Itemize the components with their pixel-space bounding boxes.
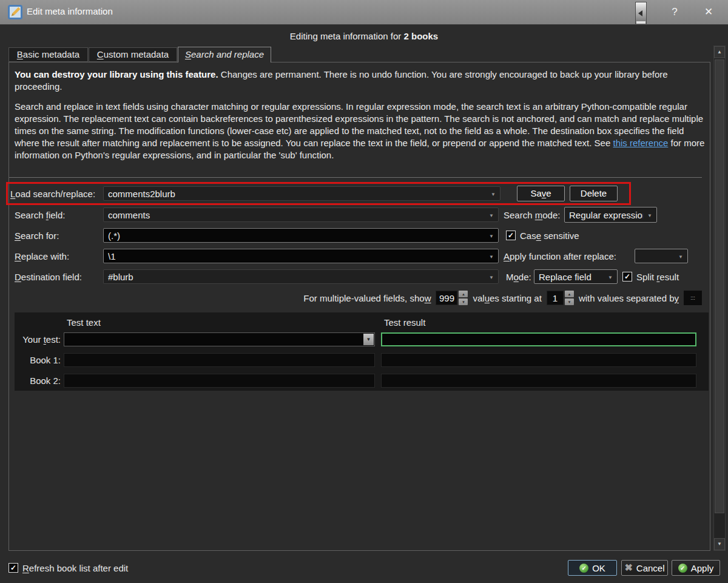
search-mode-label: Search mode: <box>504 210 560 220</box>
spin-down-icon[interactable]: ▼ <box>565 298 574 305</box>
title-bar[interactable]: Edit meta information ? ✕ <box>0 0 728 25</box>
apply-button[interactable]: ✓ Apply <box>672 560 720 576</box>
replace-with-combo[interactable]: \1 ▼ <box>103 249 499 263</box>
search-mode-combo[interactable]: Regular expression ▼ <box>564 207 657 223</box>
test-panel: Test text Test result Your test: ▼ Book … <box>15 312 709 391</box>
spin-up-icon[interactable]: ▲ <box>459 291 468 297</box>
scroll-up-icon[interactable]: ▲ <box>714 46 725 58</box>
scroll-handle-artifact <box>635 2 647 25</box>
spin-up-icon[interactable]: ▲ <box>565 291 574 297</box>
chevron-down-icon: ▼ <box>608 275 613 280</box>
chevron-down-icon: ▼ <box>678 254 683 260</box>
tab-search-and-replace[interactable]: Search and replace <box>178 47 271 62</box>
separator-value-field[interactable]: ::: <box>684 291 702 305</box>
destination-field-combo[interactable]: #blurb ▼ <box>103 269 499 284</box>
tab-custom-metadata[interactable]: Custom metadata <box>89 47 177 62</box>
start-at-spinner[interactable]: 1 ▲ ▼ <box>547 291 574 305</box>
vertical-scrollbar[interactable]: ▲ ▼ <box>713 45 726 551</box>
tab-basic-metadata[interactable]: Basic metadata <box>8 47 88 62</box>
edit-metadata-icon <box>8 5 22 21</box>
book-count: 2 books <box>403 31 438 41</box>
book2-result-field[interactable] <box>381 374 696 388</box>
window-title: Edit meta information <box>27 6 113 16</box>
dialog-subtitle: Editing meta information for 2 books <box>0 31 728 41</box>
show-count-spinner[interactable]: 999 ▲ ▼ <box>436 291 468 305</box>
book1-text-field[interactable] <box>64 353 375 367</box>
multi-show-label: For multiple-valued fields, show <box>303 293 431 303</box>
refresh-book-list-label[interactable]: Refresh book list after edit <box>22 563 128 573</box>
delete-button[interactable]: Delete <box>570 186 618 201</box>
test-text-header: Test text <box>67 317 101 328</box>
case-sensitive-label[interactable]: Case sensitive <box>520 231 579 241</box>
book1-label: Book 1: <box>22 355 61 365</box>
apply-function-label: Apply function after replace: <box>504 251 616 261</box>
mode-label: Mode: <box>506 272 531 282</box>
chevron-down-icon: ▼ <box>489 234 494 239</box>
search-replace-description: Search and replace in text fields using … <box>15 101 706 161</box>
start-at-value[interactable]: 1 <box>547 291 564 305</box>
multi-start-label: values starting at <box>473 293 541 303</box>
multiple-values-row: For multiple-valued fields, show 999 ▲ ▼… <box>279 291 702 305</box>
chevron-down-icon: ▼ <box>489 254 494 260</box>
book2-label: Book 2: <box>22 376 61 386</box>
chevron-down-icon: ▼ <box>491 192 496 197</box>
apply-function-combo[interactable]: ▼ <box>635 249 688 263</box>
replace-with-label: Replace with: <box>15 251 69 261</box>
edit-meta-dialog: Edit meta information ? ✕ Editing meta i… <box>0 0 728 583</box>
destination-field-label: Destination field: <box>15 272 82 282</box>
destroy-warning-text: You can destroy your library using this … <box>15 69 706 93</box>
separator-line <box>9 177 702 178</box>
split-result-label[interactable]: Split result <box>636 272 679 282</box>
this-reference-link[interactable]: this reference <box>613 138 668 148</box>
search-field-label: Search field: <box>15 210 65 220</box>
search-for-combo[interactable]: (.*) ▼ <box>103 228 499 243</box>
case-sensitive-checkbox[interactable]: ✓ <box>506 231 516 240</box>
your-test-result-field[interactable] <box>381 332 696 346</box>
close-button[interactable]: ✕ <box>700 4 717 20</box>
left-arrow-icon <box>638 10 642 16</box>
your-test-combo[interactable]: ▼ <box>64 332 375 346</box>
apply-check-icon: ✓ <box>678 564 687 573</box>
search-for-label: Search for: <box>15 231 59 241</box>
chevron-down-icon: ▼ <box>647 213 652 218</box>
mode-combo[interactable]: Replace field ▼ <box>534 269 618 284</box>
book1-result-field[interactable] <box>381 353 696 367</box>
scroll-down-icon[interactable]: ▼ <box>714 538 725 550</box>
show-count-value[interactable]: 999 <box>436 291 457 305</box>
save-button[interactable]: Save <box>517 186 565 201</box>
load-search-replace-label: Load search/replace: <box>10 189 95 199</box>
help-button[interactable]: ? <box>666 4 683 20</box>
cancel-button[interactable]: ✖ Cancel <box>621 560 668 576</box>
test-result-header: Test result <box>384 317 425 328</box>
split-result-checkbox[interactable]: ✓ <box>622 272 632 281</box>
multi-separator-label: with values separated by <box>579 293 679 303</box>
load-search-replace-combo[interactable]: comments2blurb ▼ <box>103 186 500 201</box>
your-test-label: Your test: <box>22 334 61 345</box>
chevron-down-icon: ▼ <box>489 213 494 218</box>
spin-down-icon[interactable]: ▼ <box>459 298 468 305</box>
cancel-x-icon: ✖ <box>624 563 632 573</box>
refresh-book-list-checkbox[interactable]: ✓ <box>8 563 18 573</box>
chevron-down-icon[interactable]: ▼ <box>363 334 374 345</box>
scrollbar-thumb[interactable] <box>715 59 724 513</box>
book2-text-field[interactable] <box>64 374 375 388</box>
chevron-down-icon: ▼ <box>489 275 494 280</box>
search-field-combo[interactable]: comments ▼ <box>103 207 499 222</box>
ok-check-icon: ✓ <box>579 564 588 573</box>
ok-button[interactable]: ✓ OK <box>568 560 617 576</box>
